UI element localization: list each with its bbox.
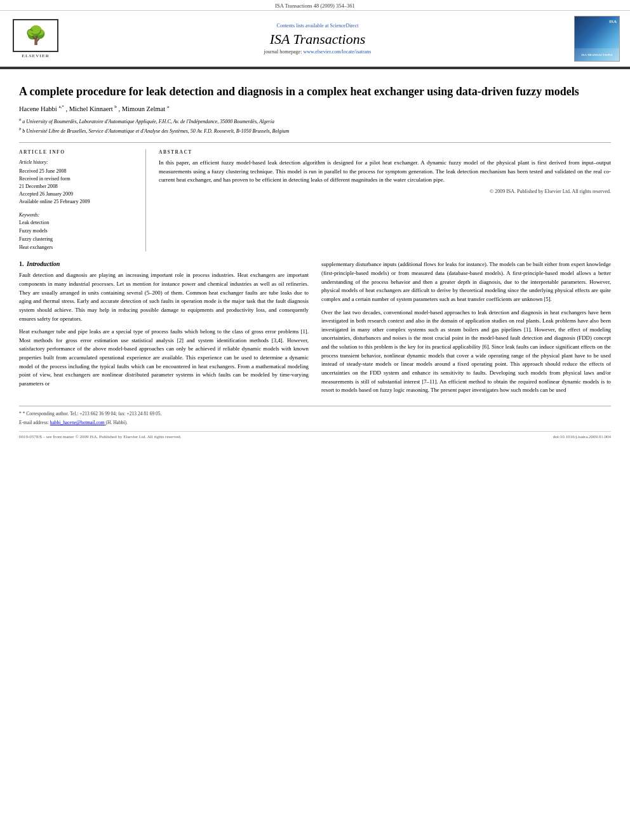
- affil-b-text: b Université Libre de Bruxelles, Service…: [22, 128, 289, 133]
- article-info-label: ARTICLE INFO: [19, 149, 138, 155]
- article-info-abstract-section: ARTICLE INFO Article history: Received 2…: [19, 142, 611, 251]
- authors-line: Hacene Habbi a,* , Michel Kinnaert b , M…: [19, 104, 611, 112]
- journal-homepage-link[interactable]: www.elsevier.com/locate/isatrans: [303, 49, 371, 55]
- journal-homepage: journal homepage: www.elsevier.com/locat…: [67, 49, 568, 55]
- elsevier-logo: 🌳 ELSEVIER: [10, 19, 61, 58]
- email-label: E-mail address:: [19, 420, 49, 425]
- corresponding-author-text: * Corresponding author. Tel.: +213 662 3…: [23, 411, 162, 417]
- footer-copyright: 0019-0578/$ – see front matter © 2009 IS…: [19, 434, 182, 439]
- journal-cover-text: ISA TRANSACTIONS: [582, 53, 613, 57]
- main-content: A complete procedure for leak detection …: [0, 69, 630, 446]
- sciencedirect-link[interactable]: Contents lists available at ScienceDirec…: [67, 23, 568, 29]
- journal-cover-overlay: ISA TRANSACTIONS: [575, 48, 619, 61]
- journal-cover-logo: ISA: [609, 19, 617, 24]
- affiliations: a a University of Boumerdès, Laboratoire…: [19, 116, 611, 135]
- keywords-label: Keywords:: [19, 212, 138, 218]
- keyword-4: Heat exchangers: [19, 244, 138, 252]
- top-bar: ISA Transactions 48 (2009) 354–361: [0, 0, 630, 11]
- affil-a-text: a University of Boumerdès, Laboratoire d…: [22, 119, 274, 124]
- available-date: Available online 25 February 2009: [19, 198, 138, 206]
- email-suffix: (H. Habbi).: [105, 420, 127, 425]
- section1-right-para1: supplementary disturbance inputs (additi…: [321, 260, 611, 303]
- accepted-date: Accepted 26 January 2009: [19, 190, 138, 198]
- keywords-section: Keywords: Leak detection Fuzzy models Fu…: [19, 212, 138, 251]
- abstract-col: ABSTRACT In this paper, an efficient fuz…: [159, 149, 611, 251]
- received-revised-date: 21 December 2008: [19, 183, 138, 190]
- journal-citation: ISA Transactions 48 (2009) 354–361: [275, 3, 355, 9]
- body-right-col: supplementary disturbance inputs (additi…: [321, 260, 611, 399]
- affiliation-b: b b Université Libre de Bruxelles, Servi…: [19, 126, 611, 135]
- section1-para2: Heat exchanger tube and pipe leaks are a…: [19, 328, 309, 388]
- history-label: Article history:: [19, 159, 138, 166]
- abstract-text: In this paper, an efficient fuzzy model-…: [159, 159, 611, 185]
- elsevier-logo-box: 🌳: [13, 19, 58, 52]
- elsevier-tree-icon: 🌳: [25, 27, 47, 44]
- elsevier-label: ELSEVIER: [22, 53, 49, 58]
- email-address: habbi_hacene@hotmail.com: [50, 420, 105, 425]
- author-hacene: Hacene Habbi: [19, 105, 58, 112]
- section1-number: 1.: [19, 260, 24, 267]
- article-title: A complete procedure for leak detection …: [19, 84, 611, 99]
- article-info-table: Article history: Received 25 June 2008 R…: [19, 159, 138, 206]
- copyright-line: © 2009 ISA. Published by Elsevier Ltd. A…: [159, 189, 611, 194]
- body-content: 1. Introduction Fault detection and diag…: [19, 260, 611, 399]
- keyword-3: Fuzzy clustering: [19, 236, 138, 244]
- received-date: Received 25 June 2008: [19, 168, 138, 175]
- keyword-2: Fuzzy models: [19, 227, 138, 236]
- email-note: E-mail address: habbi_hacene@hotmail.com…: [19, 419, 611, 426]
- journal-title: ISA Transactions: [67, 31, 568, 48]
- author-mimoun-sup: a: [167, 104, 169, 109]
- footer-section: * * Corresponding author. Tel.: +213 662…: [19, 406, 611, 440]
- section1-heading: 1. Introduction: [19, 260, 309, 267]
- journal-cover-image: ISA ISA TRANSACTIONS: [574, 16, 620, 62]
- footer-bottom: 0019-0578/$ – see front matter © 2009 IS…: [19, 431, 611, 439]
- author-comma1: , Michel Kinnaert: [65, 105, 114, 112]
- author-hacene-sup: a,*: [58, 104, 64, 109]
- sciencedirect-text: Contents lists available at ScienceDirec…: [277, 23, 359, 29]
- corresponding-author-note: * * Corresponding author. Tel.: +213 662…: [19, 410, 611, 417]
- received-revised-label: Received in revised form: [19, 175, 138, 183]
- section1-title: Introduction: [27, 260, 60, 267]
- section1-right-para2: Over the last two decades, conventional …: [321, 309, 611, 395]
- journal-center: Contents lists available at ScienceDirec…: [67, 23, 568, 55]
- affil-b-label: b: [19, 126, 21, 131]
- body-left-col: 1. Introduction Fault detection and diag…: [19, 260, 309, 399]
- footer-doi: doi:10.1016/j.isatra.2009.01.004: [553, 434, 611, 439]
- email-link[interactable]: habbi_hacene@hotmail.com: [50, 420, 106, 425]
- abstract-label: ABSTRACT: [159, 149, 611, 155]
- article-info-col: ARTICLE INFO Article history: Received 2…: [19, 149, 146, 251]
- affiliation-a: a a University of Boumerdès, Laboratoire…: [19, 116, 611, 126]
- affil-a-label: a: [19, 117, 21, 121]
- keyword-1: Leak detection: [19, 219, 138, 227]
- section1-para1: Fault detection and diagnosis are playin…: [19, 271, 309, 323]
- journal-header: 🌳 ELSEVIER Contents lists available at S…: [0, 11, 630, 68]
- author-michel-sup: b: [114, 104, 117, 109]
- author-comma2: , Mimoun Zelmat: [118, 105, 166, 112]
